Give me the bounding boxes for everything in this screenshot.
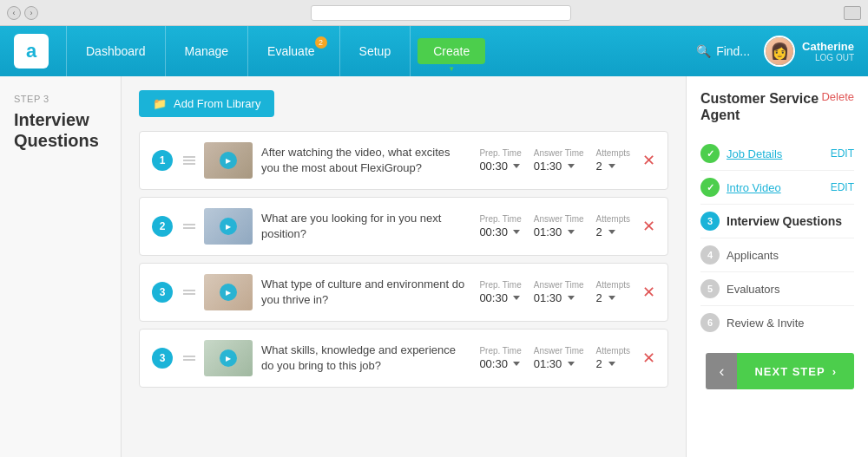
title-bar: ‹ › (0, 0, 868, 26)
step-label-interview-questions: Interview Questions (727, 214, 842, 228)
question-card-1: 1 ▶ After watching the video, what excit… (139, 131, 668, 190)
step-icon-1: ✓ (700, 144, 720, 163)
play-button-1[interactable]: ▶ (220, 152, 237, 169)
search-icon: 🔍 (696, 44, 711, 58)
prep-time-select-4[interactable]: 00:30 (479, 357, 520, 370)
step-title: Interview Questions (14, 109, 107, 151)
step-item-job-details: ✓ Job Details EDIT (700, 137, 854, 171)
prep-time-select-2[interactable]: 00:30 (479, 225, 520, 238)
step-edit-2[interactable]: EDIT (831, 181, 854, 193)
maximize-button[interactable] (844, 6, 861, 20)
content-area: 📁 Add From Library 1 ▶ After watching th… (122, 76, 686, 457)
step-label-job-details[interactable]: Job Details (727, 147, 782, 160)
address-bar[interactable] (311, 5, 571, 21)
delete-question-2[interactable]: ✕ (642, 217, 655, 236)
prep-time-select-3[interactable]: 00:30 (479, 291, 520, 304)
step-label-applicants: Applicants (727, 249, 779, 262)
nav-find[interactable]: 🔍 Find... (682, 44, 764, 58)
play-button-4[interactable]: ▶ (220, 349, 237, 367)
nav-manage[interactable]: Manage (166, 26, 249, 76)
logout-button[interactable]: LOG OUT (802, 53, 854, 62)
step-label-review-invite: Review & Invite (727, 317, 805, 330)
question-number-4: 3 (152, 348, 173, 369)
sidebar-right-header: Customer Service Agent Delete (700, 90, 854, 123)
prep-time-group-1: Prep. Time 00:30 01:00 (479, 148, 521, 173)
question-text-3: What type of culture and environment do … (261, 277, 470, 308)
drag-handle-2[interactable] (183, 224, 195, 229)
question-card-4: 3 ▶ What skills, knowledge and experienc… (139, 329, 668, 388)
question-thumbnail-4: ▶ (204, 340, 253, 376)
answer-time-select-4[interactable]: 01:30 (534, 357, 575, 370)
step-label-intro-video[interactable]: Intro Video (727, 181, 781, 194)
drag-handle-3[interactable] (183, 290, 195, 295)
answer-time-group-1: Answer Time 01:30 02:00 (534, 148, 584, 173)
main-layout: STEP 3 Interview Questions 📁 Add From Li… (0, 76, 868, 457)
question-thumbnail-3: ▶ (204, 274, 253, 310)
step-item-interview-questions: 3 Interview Questions (700, 205, 854, 238)
prev-button[interactable]: ‹ (706, 353, 737, 389)
question-settings-3: Prep. Time 00:30 Answer Time 01:30 Attem… (479, 280, 630, 304)
delete-job-link[interactable]: Delete (821, 90, 854, 103)
attempts-select-1[interactable]: 2 3 (596, 160, 615, 173)
step-icon-6: 6 (700, 313, 720, 332)
step-icon-3: 3 (700, 212, 720, 231)
next-step-button[interactable]: NEXT STEP › (737, 353, 854, 389)
back-button[interactable]: ‹ (7, 6, 21, 20)
step-label: STEP 3 (14, 94, 107, 104)
question-text-4: What skills, knowledge and experience do… (261, 343, 470, 374)
delete-question-3[interactable]: ✕ (642, 283, 655, 302)
attempts-group-1: Attempts 2 3 (596, 148, 630, 173)
avatar: 👩 (764, 36, 795, 67)
step-edit-1[interactable]: EDIT (831, 147, 854, 160)
question-card-2: 2 ▶ What are you looking for in you next… (139, 197, 668, 256)
add-from-library-button[interactable]: 📁 Add From Library (139, 90, 274, 117)
play-button-3[interactable]: ▶ (220, 284, 237, 301)
step-item-intro-video: ✓ Intro Video EDIT (700, 171, 854, 205)
evaluate-badge: 2 (315, 36, 327, 49)
job-title: Customer Service Agent (700, 90, 821, 123)
nav-create[interactable]: Create (418, 38, 485, 64)
answer-time-select-1[interactable]: 01:30 02:00 (534, 160, 575, 173)
question-number-1: 1 (152, 150, 173, 171)
question-settings-1: Prep. Time 00:30 01:00 Answer Time (479, 148, 630, 173)
logo: a (14, 34, 49, 69)
sidebar-right: Customer Service Agent Delete ✓ Job Deta… (686, 76, 868, 457)
nav-evaluate[interactable]: Evaluate 2 (248, 26, 339, 76)
drag-handle-1[interactable] (183, 156, 195, 165)
step-item-applicants: 4 Applicants (700, 238, 854, 272)
question-text-1: After watching the video, what excites y… (261, 145, 470, 176)
step-label-evaluators: Evaluators (727, 283, 779, 296)
arrow-right-icon: › (832, 365, 837, 378)
question-number-3: 3 (152, 282, 173, 303)
question-thumbnail-2: ▶ (204, 208, 253, 245)
drag-handle-4[interactable] (183, 356, 195, 361)
user-name: Catherine (802, 40, 854, 53)
question-thumbnail-1: ▶ (204, 142, 253, 179)
play-button-2[interactable]: ▶ (220, 218, 237, 235)
folder-icon: 📁 (153, 97, 167, 110)
question-card-3: 3 ▶ What type of culture and environment… (139, 263, 668, 322)
attempts-select-4[interactable]: 2 (596, 357, 615, 370)
prep-time-select-1[interactable]: 00:30 01:00 (479, 160, 520, 173)
questions-list: 1 ▶ After watching the video, what excit… (139, 131, 668, 388)
step-icon-5: 5 (700, 279, 720, 298)
nav-setup[interactable]: Setup (340, 26, 411, 76)
bottom-navigation: ‹ NEXT STEP › (700, 344, 854, 389)
navigation: a Dashboard Manage Evaluate 2 Setup Crea… (0, 26, 868, 76)
nav-user: 👩 Catherine LOG OUT (764, 36, 854, 67)
attempts-select-3[interactable]: 2 (596, 291, 615, 304)
attempts-select-2[interactable]: 2 (596, 225, 615, 238)
nav-dashboard[interactable]: Dashboard (66, 26, 166, 76)
question-number-2: 2 (152, 216, 173, 237)
answer-time-select-3[interactable]: 01:30 (534, 291, 575, 304)
step-icon-4: 4 (700, 245, 720, 264)
nav-links: Dashboard Manage Evaluate 2 Setup Create (66, 26, 682, 76)
forward-button[interactable]: › (24, 6, 38, 20)
question-text-2: What are you looking for in you next pos… (261, 211, 470, 242)
sidebar-left: STEP 3 Interview Questions (0, 76, 122, 457)
answer-time-select-2[interactable]: 01:30 (534, 225, 575, 238)
delete-question-1[interactable]: ✕ (642, 151, 655, 170)
step-item-evaluators: 5 Evaluators (700, 272, 854, 306)
delete-question-4[interactable]: ✕ (642, 349, 655, 368)
step-icon-2: ✓ (700, 178, 720, 197)
